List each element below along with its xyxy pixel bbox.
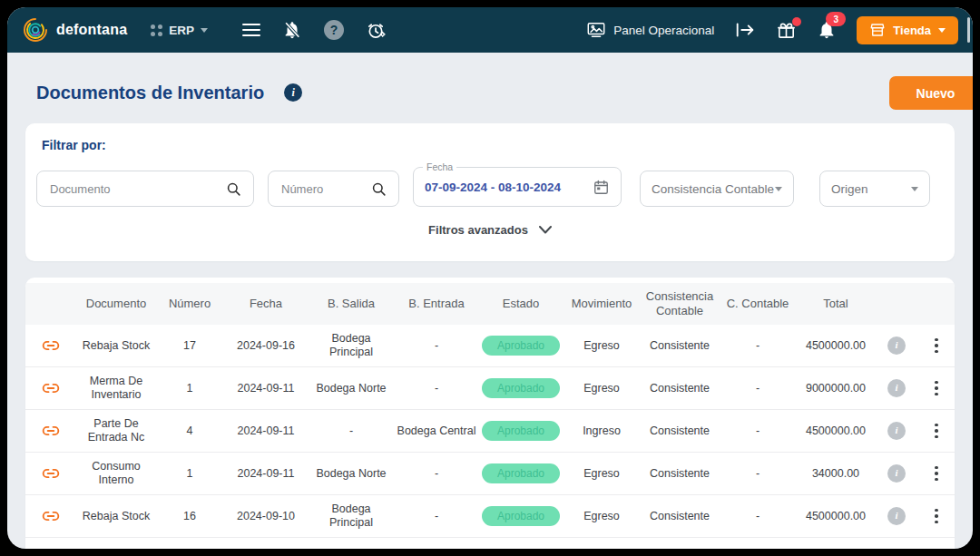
cell-consistencia: Consistente xyxy=(641,382,719,395)
row-menu-icon[interactable] xyxy=(932,421,941,442)
status-badge: Aprobado xyxy=(482,421,560,441)
link-icon[interactable] xyxy=(42,422,60,440)
filtros-avanzados-label: Filtros avanzados xyxy=(428,223,528,237)
cell-fecha: 2024-09-10 xyxy=(223,510,309,523)
cell-c-contable: - xyxy=(719,467,797,481)
app-window: defontana ERP ? xyxy=(7,7,973,549)
row-menu-icon[interactable] xyxy=(932,463,941,484)
table-row: Rebaja Stock 16 2024-09-10 Bodega Princi… xyxy=(25,495,955,538)
panel-operacional-link[interactable]: Panel Operacional xyxy=(586,20,714,40)
cell-b-salida: Bodega Norte xyxy=(309,382,394,395)
documento-input[interactable] xyxy=(48,181,225,197)
cell-consistencia: Consistente xyxy=(641,424,719,438)
col-fecha: Fecha xyxy=(223,297,309,311)
panel-operacional-label: Panel Operacional xyxy=(613,24,714,37)
row-info-icon[interactable]: i xyxy=(887,507,906,525)
cell-c-contable: - xyxy=(719,510,797,523)
link-icon[interactable] xyxy=(42,464,60,483)
cell-documento: Parte De Entrada Nc xyxy=(76,417,156,444)
search-icon[interactable] xyxy=(225,180,242,198)
cell-total: 9000000.00 xyxy=(797,382,875,395)
search-icon[interactable] xyxy=(370,180,387,198)
help-icon[interactable]: ? xyxy=(324,20,344,40)
brand-name: defontana xyxy=(56,22,127,38)
link-icon[interactable] xyxy=(42,337,60,355)
cell-consistencia: Consistente xyxy=(641,339,719,353)
cell-movimiento: Ingreso xyxy=(563,424,641,438)
gift-icon[interactable] xyxy=(776,20,797,41)
col-b-salida: B. Salida xyxy=(309,297,394,311)
scrollbar-thumb[interactable] xyxy=(967,17,970,43)
cell-movimiento: Egreso xyxy=(563,339,641,353)
status-badge: Aprobado xyxy=(482,463,560,483)
cell-documento: Consumo Interno xyxy=(76,460,156,487)
row-info-icon[interactable]: i xyxy=(887,464,906,483)
chevron-down-icon xyxy=(539,226,552,234)
table-row: Consumo Interno 1 2024-09-11 Bodega Nort… xyxy=(25,453,955,495)
tienda-button[interactable]: Tienda xyxy=(857,16,958,44)
row-menu-icon[interactable] xyxy=(932,506,941,527)
nuevo-button[interactable]: Nuevo xyxy=(889,76,973,110)
row-info-icon[interactable]: i xyxy=(887,337,906,355)
link-icon[interactable] xyxy=(42,507,60,525)
exit-arrow-icon[interactable] xyxy=(734,21,756,39)
grid-icon xyxy=(151,24,162,36)
row-menu-icon[interactable] xyxy=(932,336,941,356)
fecha-range-field[interactable]: Fecha 07-09-2024 - 08-10-2024 xyxy=(413,167,622,207)
row-menu-icon[interactable] xyxy=(932,378,941,399)
cell-numero: 1 xyxy=(156,467,223,481)
calendar-icon[interactable] xyxy=(593,179,610,196)
cell-b-salida: Bodega Principal xyxy=(309,332,394,359)
cell-numero: 16 xyxy=(156,510,223,523)
consistencia-contable-select[interactable]: Consistencia Contable xyxy=(640,171,794,207)
table-row: Rebaja Stock 17 2024-09-16 Bodega Princi… xyxy=(25,325,955,367)
fecha-range-value: 07-09-2024 - 08-10-2024 xyxy=(425,180,561,194)
cell-b-entrada: - xyxy=(394,339,479,353)
row-info-icon[interactable]: i xyxy=(887,422,906,440)
cell-consistencia: Consistente xyxy=(641,510,719,523)
cell-documento: Rebaja Stock xyxy=(76,339,156,353)
cell-numero: 1 xyxy=(156,382,223,395)
fecha-field-label: Fecha xyxy=(423,161,456,172)
col-c-contable: C. Contable xyxy=(719,297,797,311)
info-icon[interactable]: i xyxy=(284,83,302,102)
col-movimiento: Movimiento xyxy=(563,297,641,311)
table-header-row: Documento Número Fecha B. Salida B. Entr… xyxy=(25,283,955,325)
chevron-down-icon xyxy=(775,187,782,191)
consistencia-select-label: Consistencia Contable xyxy=(652,182,774,196)
numero-search-field[interactable] xyxy=(268,171,399,207)
notification-count-badge: 3 xyxy=(826,12,846,26)
notifications-muted-icon[interactable] xyxy=(282,20,302,40)
numero-input[interactable] xyxy=(279,181,370,197)
filter-heading: Filtrar por: xyxy=(42,138,944,152)
cell-documento: Rebaja Stock xyxy=(76,510,156,523)
cell-consistencia: Consistente xyxy=(641,467,719,481)
menu-icon[interactable] xyxy=(242,23,260,37)
chevron-down-icon xyxy=(911,187,918,191)
defontana-logo-icon xyxy=(22,16,49,44)
table-row: Merma De Inventario 1 2024-09-11 Bodega … xyxy=(25,367,955,410)
documento-search-field[interactable] xyxy=(36,171,254,207)
chevron-down-icon xyxy=(201,28,208,33)
col-documento: Documento xyxy=(76,297,156,311)
workspace-selector[interactable]: ERP xyxy=(151,24,208,37)
cell-movimiento: Egreso xyxy=(563,467,641,481)
link-icon[interactable] xyxy=(42,379,60,397)
origen-select[interactable]: Origen xyxy=(819,171,930,207)
bell-icon[interactable]: 3 xyxy=(817,20,837,40)
chevron-down-icon xyxy=(938,28,946,33)
dashboard-icon xyxy=(586,20,606,40)
session-timer-icon[interactable] xyxy=(366,20,387,41)
page-header: Documentos de Inventario i Nuevo xyxy=(7,73,973,112)
status-badge: Aprobado xyxy=(482,506,560,526)
tienda-label: Tienda xyxy=(893,24,931,37)
defontana-logo[interactable]: defontana xyxy=(22,16,127,44)
origen-select-label: Origen xyxy=(831,182,868,196)
cell-numero: 17 xyxy=(156,339,223,353)
col-b-entrada: B. Entrada xyxy=(394,297,479,311)
cell-c-contable: - xyxy=(719,382,797,395)
row-info-icon[interactable]: i xyxy=(887,379,906,397)
cell-b-entrada: - xyxy=(394,382,479,395)
filtros-avanzados-toggle[interactable]: Filtros avanzados xyxy=(36,223,944,237)
inventory-table: Documento Número Fecha B. Salida B. Entr… xyxy=(25,278,955,549)
